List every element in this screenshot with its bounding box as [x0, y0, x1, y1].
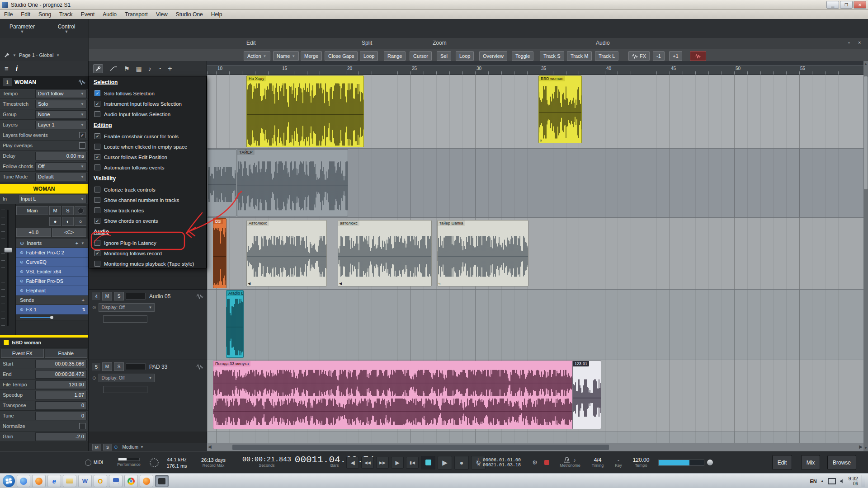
menu-studio-one[interactable]: Studio One [172, 10, 207, 19]
output-level-meter[interactable] [658, 451, 713, 474]
menu-audio[interactable]: Audio [99, 10, 121, 19]
menu-item-solo-follows-selection[interactable]: ✓Solo follows Selection [89, 88, 206, 99]
parameter-selector[interactable]: Parameter▼ [0, 19, 45, 38]
clock-icon[interactable]: ◔ [158, 65, 161, 72]
close-editbar-icon[interactable]: × [858, 40, 861, 45]
fader-handle[interactable] [4, 248, 12, 253]
audio-clip-pogoda[interactable]: Погода 33 минута [213, 361, 601, 429]
taskbar-icon-browser[interactable] [17, 475, 30, 487]
display-mode-dropdown[interactable]: Display: Off▼ [99, 374, 155, 382]
gear-icon[interactable]: ⚙ [530, 451, 540, 474]
split-cursor-button[interactable]: Cursor [410, 51, 432, 61]
event-row-transpose[interactable]: Transpose0 [0, 400, 88, 411]
audio-clip-tayer-shapka[interactable]: тайер шапка ч [437, 220, 528, 286]
arrange-view[interactable]: На Ходу БВО woman o ТАЙЕР DS АвтоЛюкс ◀ … [207, 61, 863, 451]
note-icon[interactable]: ♪ [148, 65, 151, 72]
input-row[interactable]: InInput L▼ [0, 194, 88, 204]
scroll-right-icon[interactable]: ▶ [859, 444, 863, 449]
grid-icon[interactable]: ▦ [136, 65, 142, 72]
power-icon[interactable]: ⊙ [92, 375, 96, 380]
record-arm-button[interactable] [75, 206, 86, 215]
audio-plus1-button[interactable]: +1 [669, 51, 682, 61]
menu-event[interactable]: Event [77, 10, 99, 19]
menu-item-locate-when-clicked[interactable]: Locate when clicked in empty space [89, 141, 206, 152]
hamburger-icon[interactable]: ≡ [5, 65, 9, 72]
checkbox[interactable] [79, 142, 85, 149]
taskbar-icon-studio-one-active[interactable] [155, 475, 169, 487]
menu-item-show-chords[interactable]: ✓Show chords on events [89, 216, 206, 226]
audio-clip-aradio[interactable]: Aradio B [226, 290, 244, 358]
audio-fx-button[interactable]: FX [628, 51, 650, 61]
menu-help[interactable]: Help [207, 10, 226, 19]
menu-item-show-track-notes[interactable]: Show track notes [89, 205, 206, 216]
solo-button[interactable]: S [114, 362, 124, 371]
monitor-button[interactable]: ● [49, 217, 61, 226]
performance-monitor[interactable]: Performance [112, 451, 146, 474]
event-header[interactable]: БВО woman [0, 338, 88, 348]
event-row-speedup[interactable]: Speedup1.07 [0, 390, 88, 400]
split-loop-button[interactable]: Loop [360, 51, 378, 61]
zoom-overview-button[interactable]: Overview [479, 51, 507, 61]
zoom-loop-button[interactable]: Loop [456, 51, 474, 61]
solo-button[interactable]: S [114, 292, 124, 300]
play-button[interactable]: ▶ [438, 456, 452, 469]
taskbar-icon-firefox[interactable] [32, 475, 46, 487]
menu-item-monitoring-follows-record[interactable]: ✓Monitoring follows record [89, 248, 206, 258]
power-icon[interactable]: ⊙ [20, 307, 24, 312]
rewind-button[interactable]: ◀◀ [361, 457, 374, 469]
scroll-up-icon[interactable]: ▲ [864, 62, 868, 66]
metronome-control[interactable]: ♪ Metronome [555, 451, 585, 474]
menu-track[interactable]: Track [55, 10, 77, 19]
audio-clip-na-hodu[interactable]: На Ходу [246, 75, 364, 147]
minimize-button[interactable]: ▁ [826, 1, 839, 9]
automation-curve-icon[interactable] [109, 66, 118, 71]
audio-clip-bvo-woman[interactable]: БВО woman o [538, 75, 582, 143]
scroll-down-icon[interactable]: ▼ [864, 446, 868, 450]
return-to-zero-button[interactable]: ▮◀ [406, 457, 419, 469]
event-fx-enable-button[interactable]: Enable [45, 349, 88, 358]
event-fx-button[interactable]: Event FX [1, 349, 44, 358]
taskbar-icon-office[interactable]: O [94, 475, 107, 487]
split-range-button[interactable]: Range [384, 51, 406, 61]
solo-button[interactable]: S [62, 206, 74, 215]
zoom-sel-button[interactable]: Sel [437, 51, 451, 61]
inspector-row-timestretch[interactable]: TimestretchSolo▼ [0, 99, 88, 109]
channel-pan-value[interactable]: <C> [52, 228, 87, 237]
menu-item-instrument-input-follows[interactable]: ✓Instrument Input follows Selection [89, 99, 206, 109]
send-level-slider[interactable] [16, 314, 88, 320]
audio-bounce-button[interactable] [690, 51, 706, 61]
power-icon[interactable]: ⊙ [114, 445, 118, 450]
insert-slot[interactable]: ⊙VSL Exciter x64 [16, 267, 88, 277]
audio-clip-123-01[interactable]: 123-01 [572, 361, 601, 429]
edit-view-button[interactable]: Edit [772, 455, 792, 470]
next-bar-button[interactable]: ▶ [391, 457, 404, 469]
audio-minus1-button[interactable]: -1 [653, 51, 665, 61]
zoom-track-s-button[interactable]: Track S [540, 51, 564, 61]
add-send-button[interactable]: + [82, 297, 85, 303]
track-header-audio05[interactable]: 4 M S Audio 05 ⊙ Display: Off▼ [89, 289, 207, 360]
inspector-row-delay[interactable]: Delay0.00 ms [0, 151, 88, 161]
event-row-tune[interactable]: Tune0 [0, 411, 88, 421]
zoom-toggle-button[interactable]: Toggle [512, 51, 533, 61]
inserts-header[interactable]: ⊙ Inserts + ▼ [16, 239, 88, 248]
menu-item-cursor-follows-edit[interactable]: ✓Cursor follows Edit Position [89, 152, 206, 162]
menu-transport[interactable]: Transport [121, 10, 152, 19]
loop-range-readout[interactable]: L 00006.01.01.00 R 00021.01.03.18 [477, 451, 526, 474]
mute-button[interactable]: M [102, 292, 112, 300]
wrench-icon[interactable] [4, 52, 10, 58]
menu-item-ignore-plugin-latency[interactable]: Ignore Plug-In Latency [89, 238, 206, 248]
key-readout[interactable]: - Key [610, 451, 627, 474]
power-icon[interactable]: ⊙ [20, 288, 24, 293]
inspector-track-header[interactable]: 1 WOMAN [0, 76, 88, 89]
menu-edit[interactable]: Edit [17, 10, 34, 19]
taskbar-icon-folder[interactable] [63, 475, 76, 487]
taskbar-icon-internet-explorer[interactable]: e [47, 475, 61, 487]
marker-lane[interactable] [207, 61, 863, 66]
menu-file[interactable]: File [0, 10, 17, 19]
record-button[interactable]: ● [454, 456, 469, 469]
event-row-file-tempo[interactable]: File Tempo120.00 [0, 380, 88, 390]
tempo-readout[interactable]: 120.00 Tempo [629, 451, 653, 474]
taskbar-icon-save[interactable] [109, 475, 123, 487]
add-insert-button[interactable]: + [75, 240, 78, 246]
taskbar-icon-wordpad[interactable]: W [78, 475, 92, 487]
